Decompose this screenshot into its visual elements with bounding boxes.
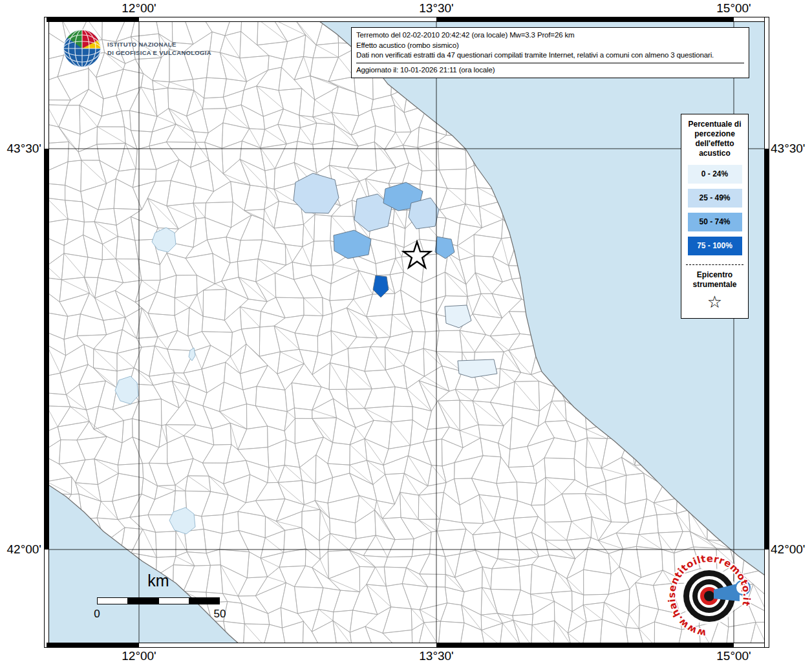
legend: Percentuale di percezione dell'effetto a… — [681, 114, 749, 319]
coord-label-top-15: 15°00' — [708, 1, 760, 16]
scale-bar-start-label: 0 — [90, 608, 104, 621]
map-image — [47, 19, 767, 645]
scale-segment — [189, 598, 219, 604]
legend-epicenter-label: Epicentro strumentale — [685, 270, 745, 290]
scale-bar-end-label: 50 — [213, 608, 227, 621]
ingv-name-line1: ISTITUTO NAZIONALE — [107, 40, 211, 48]
coord-label-top-12: 12°00' — [113, 1, 165, 16]
epicenter-star-icon: ☆ — [685, 292, 745, 312]
legend-class-25-49: 25 - 49% — [688, 189, 742, 208]
event-data-note: Dati non verificati estratti da 47 quest… — [356, 50, 744, 61]
page: { "frame": { "x_ticks": [ {"label": "12°… — [0, 0, 812, 662]
ingv-name-line2: DI GEOFISICA E VULCANOLOGIA — [107, 48, 211, 57]
scale-bar-unit: km — [87, 571, 230, 590]
event-info-box: Terremoto del 02-02-2010 20:42:42 (ora l… — [351, 27, 749, 78]
coord-label-right-4330: 43°30' — [771, 142, 812, 156]
legend-class-50-74: 50 - 74% — [688, 213, 742, 231]
scale-bar: km 0 50 — [87, 571, 230, 630]
scale-segment — [127, 598, 158, 604]
haisentitoilterremoto-logo: ? www.haisentitoilterremoto.it — [661, 551, 758, 648]
coord-label-left-4330: 43°30' — [0, 142, 41, 156]
legend-divider — [686, 264, 743, 265]
event-effect: Effetto acustico (rombo sismico) — [356, 41, 744, 51]
logo-center — [704, 591, 714, 601]
ingv-globe-icon — [62, 28, 102, 69]
scale-bar-segments — [97, 597, 220, 604]
legend-class-0-24: 0 - 24% — [688, 165, 742, 184]
map-canvas — [47, 19, 767, 645]
event-updated: Aggiornato il: 10-01-2026 21:11 (ora loc… — [356, 63, 744, 76]
coord-label-top-1330: 13°30' — [411, 1, 462, 16]
ingv-name: ISTITUTO NAZIONALE DI GEOFISICA E VULCAN… — [107, 40, 211, 57]
coord-label-right-4200: 42°00' — [771, 542, 812, 557]
coord-label-bottom-12: 12°00' — [113, 649, 165, 662]
coord-label-left-4200: 42°00' — [0, 542, 41, 557]
event-summary: Terremoto del 02-02-2010 20:42:42 (ora l… — [356, 30, 744, 41]
scale-segment — [158, 598, 189, 604]
legend-class-75-100: 75 - 100% — [688, 237, 742, 255]
scale-segment — [98, 598, 127, 604]
legend-title: Percentuale di percezione dell'effetto a… — [685, 120, 745, 158]
ingv-logo: ISTITUTO NAZIONALE DI GEOFISICA E VULCAN… — [62, 28, 211, 69]
coord-label-bottom-1330: 13°30' — [411, 649, 462, 662]
coord-label-bottom-15: 15°00' — [708, 649, 760, 662]
